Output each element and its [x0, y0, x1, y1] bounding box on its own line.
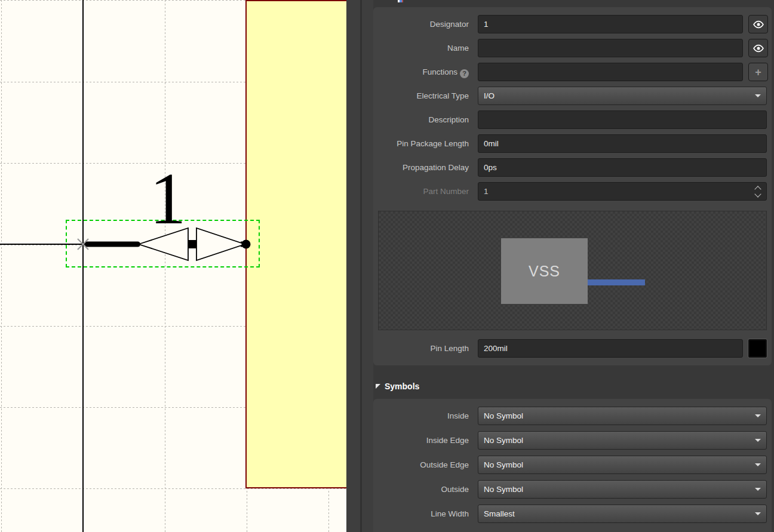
description-label: Description: [373, 110, 469, 129]
designator-visibility-button[interactable]: [748, 15, 768, 33]
chevron-down-icon: [755, 512, 761, 515]
preview-symbol-text: VSS: [529, 263, 560, 280]
pin-properties-group: Designator 1 Name Functions?: [373, 7, 772, 365]
propagation-delay-row: Propagation Delay 0ps: [373, 158, 772, 177]
part-number-row: Part Number 1: [373, 182, 772, 201]
pin-length-row: Pin Length 200mil: [373, 339, 772, 358]
inside-row: Inside No Symbol: [373, 407, 772, 425]
help-icon[interactable]: ?: [460, 69, 469, 78]
functions-label: Functions?: [373, 63, 469, 81]
preview-symbol-body: VSS: [501, 238, 588, 304]
description-input[interactable]: [478, 110, 767, 129]
pin-color-swatch[interactable]: [748, 339, 767, 358]
pin-designator-text[interactable]: 1: [140, 162, 196, 235]
line-width-row: Line Width Smallest: [373, 505, 772, 523]
outside-edge-label: Outside Edge: [373, 456, 469, 474]
eye-icon: [752, 19, 764, 30]
outside-label: Outside: [373, 480, 469, 499]
pin-length-label: Pin Length: [373, 339, 469, 358]
electrical-type-row: Electrical Type I/O: [373, 87, 772, 105]
outside-row: Outside No Symbol: [373, 480, 772, 499]
chevron-down-icon: [755, 488, 761, 491]
propagation-delay-input[interactable]: 0ps: [478, 158, 767, 177]
preview-pin: [588, 279, 645, 285]
chevron-down-icon: [755, 463, 761, 466]
pin-package-length-row: Pin Package Length 0mil: [373, 134, 772, 153]
propagation-delay-label: Propagation Delay: [373, 158, 469, 177]
clipped-header-icon: [398, 0, 403, 2]
description-row: Description: [373, 110, 772, 129]
spinner-buttons[interactable]: [754, 185, 761, 199]
symbols-group: Inside No Symbol Inside Edge No Symbol O…: [373, 399, 772, 532]
collapse-triangle-icon: [376, 384, 380, 389]
inside-edge-row: Inside Edge No Symbol: [373, 431, 772, 450]
part-number-label: Part Number: [373, 182, 469, 201]
functions-input[interactable]: [478, 63, 743, 81]
chevron-down-icon[interactable]: [754, 190, 761, 197]
name-label: Name: [373, 39, 469, 57]
inside-edge-label: Inside Edge: [373, 431, 469, 450]
line-width-dropdown[interactable]: Smallest: [478, 505, 767, 523]
panel-gutter: [346, 0, 373, 532]
inside-edge-dropdown[interactable]: No Symbol: [478, 431, 767, 450]
electrical-type-dropdown[interactable]: I/O: [478, 87, 767, 105]
pin-package-length-input[interactable]: 0mil: [478, 134, 767, 153]
outside-edge-row: Outside Edge No Symbol: [373, 456, 772, 474]
name-input[interactable]: [478, 39, 743, 57]
symbols-section-title: Symbols: [385, 382, 419, 391]
name-visibility-button[interactable]: [748, 39, 768, 57]
symbols-section-header[interactable]: Symbols: [376, 379, 419, 393]
designator-label: Designator: [373, 15, 469, 33]
inside-dropdown[interactable]: No Symbol: [478, 407, 767, 425]
plus-icon: +: [755, 67, 761, 78]
eye-icon: [752, 42, 764, 54]
chevron-down-icon: [755, 439, 761, 442]
outside-dropdown[interactable]: No Symbol: [478, 480, 767, 499]
pin-preview: VSS: [378, 211, 767, 330]
inside-label: Inside: [373, 407, 469, 425]
pin-length-input[interactable]: 200mil: [478, 339, 743, 358]
designator-row: Designator 1: [373, 15, 772, 33]
schematic-canvas[interactable]: 1: [0, 0, 346, 532]
pin-package-length-label: Pin Package Length: [373, 134, 469, 153]
electrical-type-label: Electrical Type: [373, 87, 469, 105]
part-number-spinner: 1: [478, 182, 767, 201]
functions-row: Functions? +: [373, 63, 772, 81]
chevron-down-icon: [755, 414, 761, 417]
add-function-button[interactable]: +: [748, 63, 768, 81]
name-row: Name: [373, 39, 772, 57]
line-width-label: Line Width: [373, 505, 469, 523]
splitter-line[interactable]: [360, 0, 362, 532]
chevron-down-icon: [755, 94, 761, 97]
designator-input[interactable]: 1: [478, 15, 743, 33]
outside-edge-dropdown[interactable]: No Symbol: [478, 456, 767, 474]
